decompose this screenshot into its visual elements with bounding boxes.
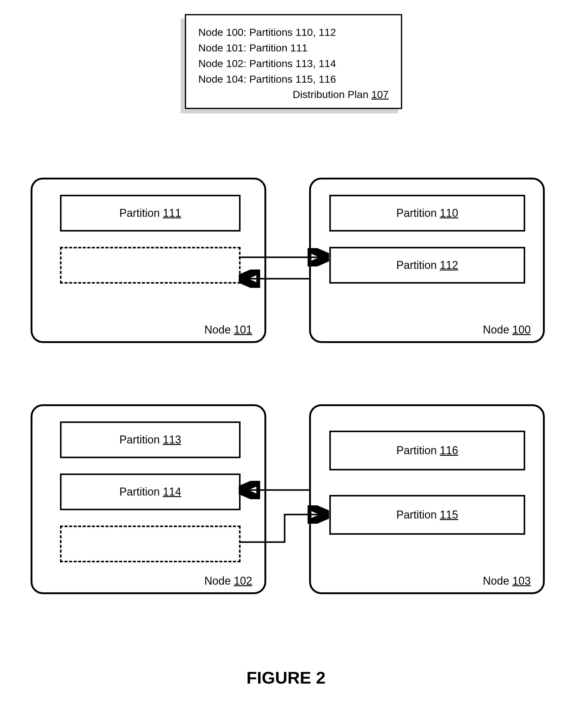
plan-caption-ref: 107: [371, 88, 389, 100]
partition-113: Partition 113: [60, 421, 240, 458]
partition-110-label: Partition: [396, 207, 437, 219]
node-100-label: Node: [483, 323, 509, 336]
plan-line-3-partitions: Partitions 115, 116: [249, 73, 336, 85]
node-101-caption: Node 101: [204, 323, 252, 336]
partition-116-ref: 116: [440, 444, 458, 457]
node-102-label: Node: [204, 574, 231, 587]
node-101-ref: 101: [234, 323, 252, 336]
partition-111: Partition 111: [60, 195, 240, 232]
node-102: Partition 113 Partition 114 Node 102: [30, 404, 266, 594]
partition-115-ref: 115: [440, 508, 458, 521]
partition-114: Partition 114: [60, 474, 240, 510]
node-103-label: Node: [483, 574, 509, 587]
plan-line-0: Node 100: Partitions 110, 112: [198, 24, 389, 40]
partition-112-ref: 112: [440, 259, 458, 271]
partition-116: Partition 116: [329, 431, 525, 471]
plan-line-1-node: Node 101: [198, 42, 243, 54]
node-102-ref: 102: [234, 574, 252, 587]
node-102-ghost-slot: [60, 526, 240, 562]
node-100-caption: Node 100: [483, 323, 531, 336]
partition-115-label: Partition: [396, 508, 437, 521]
partition-110-ref: 110: [440, 207, 458, 219]
partition-116-label: Partition: [396, 444, 437, 457]
node-103: Partition 116 Partition 115 Node 103: [309, 404, 545, 594]
partition-113-ref: 113: [163, 433, 181, 446]
plan-line-3: Node 104: Partitions 115, 116: [198, 71, 389, 87]
partition-113-label: Partition: [119, 433, 160, 446]
node-100: Partition 110 Partition 112 Node 100: [309, 178, 545, 343]
partition-111-label: Partition: [119, 207, 160, 219]
plan-line-1: Node 101: Partition 111: [198, 40, 389, 56]
node-102-caption: Node 102: [204, 574, 252, 588]
plan-line-2-partitions: Partitions 113, 114: [249, 58, 336, 69]
plan-caption: Distribution Plan 107: [293, 88, 389, 101]
node-103-caption: Node 103: [483, 574, 531, 588]
plan-line-0-partitions: Partitions 110, 112: [249, 26, 336, 38]
node-101-ghost-slot: [60, 247, 240, 284]
distribution-plan-box: Node 100: Partitions 110, 112 Node 101: …: [181, 18, 398, 113]
plan-line-0-node: Node 100: [198, 26, 243, 38]
partition-112-label: Partition: [396, 259, 437, 271]
plan-line-3-node: Node 104: [198, 73, 243, 85]
plan-caption-label: Distribution Plan: [293, 88, 368, 100]
plan-line-1-partitions: Partition 111: [249, 42, 307, 54]
figure-page: Node 100: Partitions 110, 112 Node 101: …: [0, 0, 572, 728]
node-101-label: Node: [204, 323, 231, 336]
figure-caption: FIGURE 2: [0, 668, 572, 687]
partition-115: Partition 115: [329, 495, 525, 535]
partition-112: Partition 112: [329, 247, 525, 284]
plan-content: Node 100: Partitions 110, 112 Node 101: …: [185, 14, 402, 109]
plan-line-2-node: Node 102: [198, 58, 243, 69]
node-100-ref: 100: [512, 323, 531, 336]
node-103-ref: 103: [512, 574, 531, 587]
partition-110: Partition 110: [329, 195, 525, 232]
partition-114-label: Partition: [119, 485, 160, 498]
plan-line-2: Node 102: Partitions 113, 114: [198, 56, 389, 71]
partition-114-ref: 114: [163, 485, 181, 498]
partition-111-ref: 111: [163, 207, 181, 219]
node-101: Partition 111 Node 101: [30, 178, 266, 343]
